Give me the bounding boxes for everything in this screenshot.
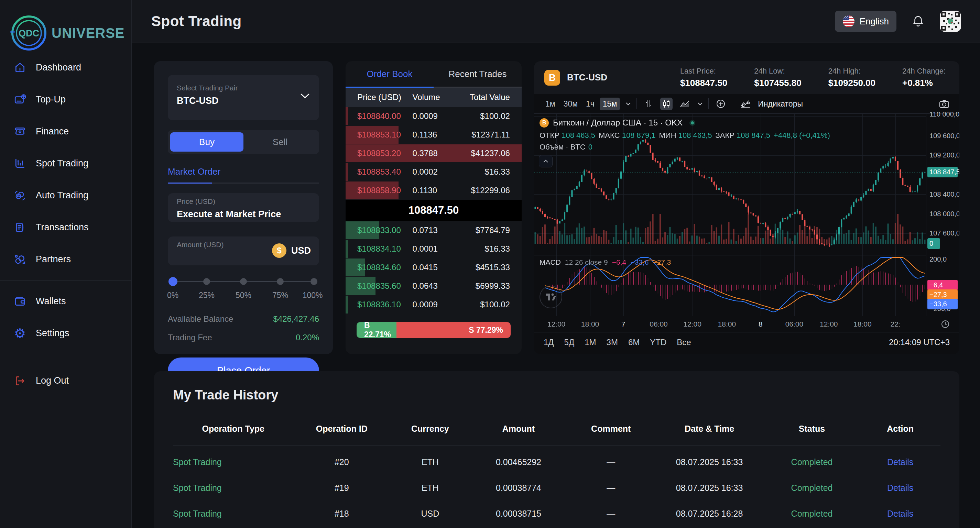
timeframe-button[interactable]: 1ч — [583, 98, 598, 110]
price-value: Execute at Market Price — [177, 209, 310, 219]
indicators-icon[interactable] — [738, 98, 752, 110]
date-range-button[interactable]: 1Д — [544, 337, 554, 347]
chart-header: B BTC-USD Last Price: $108847.50 24h Low… — [534, 61, 959, 94]
qdc-logo-icon: QDC — [10, 14, 48, 52]
order-book-sell-row[interactable]: $108853.10 0.1136 $12371.11 — [345, 126, 522, 144]
stat-value: $109250.00 — [828, 78, 875, 88]
slider-dot-25[interactable] — [203, 278, 210, 285]
date-range-button[interactable]: Все — [677, 337, 691, 347]
ohlc-item: МИН 108 463,5 — [659, 131, 712, 140]
order-book-sell-row[interactable]: $108853.20 0.3788 $41237.06 — [345, 144, 522, 162]
slider-dot-75[interactable] — [277, 278, 284, 285]
tab-order-book[interactable]: Order Book — [345, 69, 434, 80]
bell-icon[interactable] — [912, 15, 924, 27]
order-book-sell-row[interactable]: $108853.40 0.0002 $16.33 — [345, 162, 522, 181]
cell-currency: ETH — [390, 483, 470, 493]
candles-style-icon[interactable] — [660, 98, 673, 110]
macd-hist-tag: −6,4 — [928, 280, 958, 291]
price-axis[interactable]: 110 000,0109 600,0109 200,0108 400,0108 … — [926, 114, 959, 316]
order-book-buy-row[interactable]: $108836.10 0.0009 $100.02 — [345, 295, 522, 314]
date-range-button[interactable]: 1М — [585, 337, 596, 347]
time-axis[interactable]: 12:0018:00706:0012:0018:00806:0012:0018:… — [534, 316, 959, 332]
order-book-sell-row[interactable]: $108840.00 0.0009 $100.02 — [345, 107, 522, 126]
date-range-button[interactable]: YTD — [650, 337, 667, 347]
order-price: $108835.60 — [345, 281, 413, 291]
cell-datetime: 08.07.2025 16:33 — [655, 457, 764, 467]
slider-dot-50[interactable] — [240, 278, 247, 285]
area-chart-icon[interactable] — [678, 98, 692, 110]
sidebar-item-label: Top-Up — [36, 94, 66, 105]
cell-comment: — — [567, 483, 655, 493]
macd-legend: MACD 12 26 close 9 −6,4 −33,6 −27,3 — [539, 258, 671, 266]
legend-collapse-button[interactable] — [539, 155, 553, 167]
chart-stat: 24h Low: $107455.80 — [754, 67, 801, 88]
order-book-sell-row[interactable]: $108858.90 0.1130 $12299.06 — [345, 181, 522, 200]
order-volume: 0.0643 — [413, 281, 460, 291]
price-field[interactable]: Price (USD) Execute at Market Price — [168, 193, 319, 222]
user-avatar[interactable] — [940, 11, 961, 32]
buy-sell-ratio-bar: B 22.71% S 77.29% — [356, 322, 511, 338]
order-total: $12299.06 — [460, 186, 522, 195]
tab-market-order[interactable]: Market Order — [168, 166, 319, 177]
sidebar-item-topup[interactable]: Top-Up — [0, 84, 131, 116]
buy-sell-toggle: Buy Sell — [168, 130, 319, 154]
buy-button[interactable]: Buy — [170, 132, 243, 152]
chart-stat: 24h Change: +0.81% — [902, 67, 946, 88]
details-link[interactable]: Details — [860, 457, 940, 467]
language-selector[interactable]: English — [835, 11, 896, 32]
sidebar-item-finance[interactable]: Finance — [0, 116, 131, 148]
sidebar-item-auto-trading[interactable]: Auto Trading — [0, 180, 131, 212]
volume-value: 0 — [589, 143, 592, 151]
sidebar-item-settings[interactable]: ⚙ Settings — [0, 317, 131, 349]
sell-ratio: S 77.29% — [396, 322, 511, 338]
price-chart-canvas[interactable] — [534, 114, 926, 316]
sidebar-item-spot-trading[interactable]: Spot Trading — [0, 148, 131, 180]
order-book-header: Price (USD) Volume Total Value — [345, 87, 522, 107]
wallet-icon — [14, 295, 26, 308]
order-book-buy-row[interactable]: $108833.00 0.0713 $7764.79 — [345, 221, 522, 240]
cell-operation-id: #19 — [294, 483, 390, 493]
order-book-buy-row[interactable]: $108834.60 0.0415 $4515.33 — [345, 258, 522, 277]
tab-recent-trades[interactable]: Recent Trades — [434, 69, 522, 80]
timezone-clock-icon[interactable] — [941, 320, 950, 329]
sidebar-item-wallets[interactable]: Wallets — [0, 285, 131, 317]
camera-icon[interactable] — [937, 98, 951, 110]
trading-pair-select[interactable]: Select Trading Pair BTC-USD — [168, 75, 319, 120]
chart-stats: Last Price: $108847.50 24h Low: $107455.… — [680, 67, 946, 88]
slider-handle[interactable] — [169, 277, 177, 286]
compare-add-icon[interactable] — [714, 97, 727, 110]
chevron-down-icon[interactable] — [697, 102, 703, 105]
sell-button[interactable]: Sell — [243, 132, 317, 152]
date-range-button[interactable]: 5Д — [564, 337, 574, 347]
timeframe-button[interactable]: 1м — [542, 98, 558, 110]
amount-field[interactable]: Amount (USD) $ USD — [168, 237, 319, 266]
sidebar-item-label: Wallets — [36, 296, 66, 307]
tradingview-watermark[interactable] — [539, 286, 562, 309]
chart-panel: B BTC-USD Last Price: $108847.50 24h Low… — [534, 61, 959, 354]
sidebar-item-partners[interactable]: Partners — [0, 243, 131, 275]
stat-label: 24h Low: — [754, 67, 801, 76]
cell-operation-type: Spot Trading — [173, 509, 294, 519]
order-book-buy-row[interactable]: $108834.10 0.0001 $16.33 — [345, 240, 522, 258]
currency-label: USD — [291, 245, 311, 256]
history-column-header: Date & Time — [655, 424, 764, 434]
date-range-button[interactable]: 3М — [606, 337, 618, 347]
timeframe-button[interactable]: 15м — [600, 98, 620, 110]
slider-dot-100[interactable] — [310, 278, 317, 285]
date-range-button[interactable]: 6М — [628, 337, 640, 347]
sidebar-item-logout[interactable]: Log Out — [0, 365, 131, 397]
details-link[interactable]: Details — [860, 483, 940, 493]
timeframe-button[interactable]: 30м — [560, 98, 581, 110]
details-link[interactable]: Details — [860, 509, 940, 519]
time-axis-label: 06:00 — [649, 320, 668, 328]
indicators-label[interactable]: Индикаторы — [758, 99, 803, 109]
time-axis-label: 22: — [890, 320, 900, 328]
amount-slider[interactable] — [170, 277, 317, 286]
sidebar-item-dashboard[interactable]: Dashboard — [0, 52, 131, 84]
currency-chip: $ USD — [272, 243, 311, 258]
bar-style-icon[interactable] — [642, 98, 655, 110]
sidebar-item-transactions[interactable]: Transactions — [0, 212, 131, 243]
chevron-down-icon[interactable] — [625, 102, 631, 105]
order-book-buy-row[interactable]: $108835.60 0.0643 $6999.33 — [345, 277, 522, 295]
home-icon — [14, 62, 26, 74]
